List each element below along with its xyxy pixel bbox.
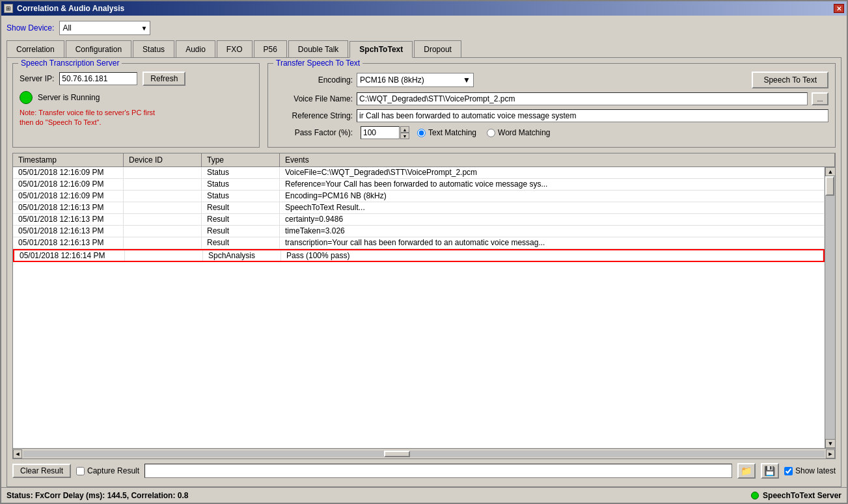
- close-button[interactable]: ✕: [834, 4, 844, 13]
- server-group: Speech Transcription Server Server IP: R…: [12, 63, 260, 148]
- tab-double-talk[interactable]: Double Talk: [288, 40, 348, 57]
- tab-audio[interactable]: Audio: [176, 40, 215, 57]
- cell-timestamp: 05/01/2018 12:16:13 PM: [13, 202, 124, 213]
- reference-string-row: Reference String:: [275, 109, 828, 122]
- word-matching-radio[interactable]: Word Matching: [487, 128, 550, 137]
- table-row: 05/01/2018 12:16:09 PM Status Reference=…: [13, 179, 825, 191]
- folder-icon: 📁: [741, 466, 752, 476]
- h-scroll-track: [23, 451, 825, 457]
- h-scroll-thumb[interactable]: [384, 451, 410, 457]
- table-row: 05/01/2018 12:16:13 PM Result SpeechToTe…: [13, 202, 825, 214]
- cell-events: Reference=Your Call has been forwarded t…: [280, 179, 825, 190]
- cell-type: Status: [202, 179, 280, 190]
- server-ip-input[interactable]: [59, 72, 137, 85]
- word-matching-label: Word Matching: [498, 128, 550, 137]
- table-row: 05/01/2018 12:16:13 PM Result transcript…: [13, 237, 825, 249]
- cell-timestamp: 05/01/2018 12:16:09 PM: [13, 167, 124, 178]
- encoding-value: PCM16 NB (8kHz): [360, 75, 424, 85]
- vertical-scrollbar[interactable]: ▲ ▼: [825, 167, 835, 448]
- show-device-label: Show Device:: [7, 23, 54, 33]
- cell-type: Result: [202, 202, 280, 213]
- cell-type: Result: [202, 214, 280, 225]
- cell-timestamp: 05/01/2018 12:16:13 PM: [13, 226, 124, 237]
- encoding-dropdown-icon: ▼: [463, 75, 471, 85]
- tab-fxo[interactable]: FXO: [217, 40, 253, 57]
- cell-timestamp: 05/01/2018 12:16:14 PM: [14, 250, 125, 261]
- speech-to-text-button[interactable]: Speech To Text: [752, 72, 828, 88]
- pass-factor-input[interactable]: [361, 126, 400, 139]
- tab-spch-to-text[interactable]: SpchToText: [349, 41, 413, 58]
- table-header: Timestamp Device ID Type Events: [13, 153, 835, 167]
- scroll-right-button[interactable]: ►: [826, 449, 835, 458]
- cell-timestamp: 05/01/2018 12:16:13 PM: [13, 237, 124, 248]
- cell-events: certainty=0.9486: [280, 214, 825, 225]
- scroll-left-button[interactable]: ◄: [13, 449, 22, 458]
- title-bar-left: ⊞ Correlation & Audio Analysis: [4, 4, 124, 13]
- dropdown-arrow-icon: ▼: [141, 25, 147, 32]
- device-select[interactable]: All ▼: [59, 21, 150, 35]
- cell-type: Result: [202, 226, 280, 237]
- capture-input-area: [144, 464, 732, 478]
- cell-timestamp: 05/01/2018 12:16:09 PM: [13, 191, 124, 202]
- tab-p56[interactable]: P56: [254, 40, 287, 57]
- browse-button[interactable]: ...: [812, 92, 828, 105]
- server-ip-row: Server IP: Refresh: [20, 72, 253, 86]
- folder-icon-button[interactable]: 📁: [737, 463, 756, 479]
- tab-status[interactable]: Status: [133, 40, 174, 57]
- cell-type: Result: [202, 237, 280, 248]
- cell-device-id: [124, 179, 202, 190]
- spinner-down-button[interactable]: ▼: [400, 133, 409, 139]
- title-bar: ⊞ Correlation & Audio Analysis ✕: [1, 1, 847, 16]
- table-row: 05/01/2018 12:16:13 PM Result timeTaken=…: [13, 226, 825, 237]
- scroll-up-button[interactable]: ▲: [825, 167, 835, 176]
- scroll-thumb[interactable]: [825, 176, 834, 196]
- show-latest-checkbox[interactable]: [784, 467, 793, 475]
- transfer-group-legend: Transfer Speech To Text: [273, 59, 362, 68]
- tabs-row: Correlation Configuration Status Audio F…: [7, 40, 841, 57]
- tab-dropout[interactable]: Dropout: [414, 40, 461, 57]
- text-matching-label: Text Matching: [428, 128, 476, 137]
- capture-checkbox-row: Capture Result: [76, 466, 139, 475]
- voice-file-input[interactable]: [357, 92, 808, 105]
- scroll-down-button[interactable]: ▼: [825, 439, 835, 448]
- cell-timestamp: 05/01/2018 12:16:13 PM: [13, 214, 124, 225]
- window-title: Correlation & Audio Analysis: [17, 4, 124, 13]
- tab-configuration[interactable]: Configuration: [66, 40, 131, 57]
- server-status-text: Server is Running: [38, 93, 100, 102]
- horizontal-scrollbar[interactable]: ◄ ►: [13, 448, 835, 458]
- window-icon: ⊞: [4, 4, 13, 13]
- capture-result-checkbox[interactable]: [76, 467, 85, 475]
- clear-result-button[interactable]: Clear Result: [12, 464, 71, 478]
- capture-input[interactable]: [144, 464, 732, 478]
- show-device-row: Show Device: All ▼: [7, 21, 841, 35]
- cell-events: transcription=Your call has been forward…: [280, 237, 825, 248]
- capture-result-label: Capture Result: [87, 466, 139, 475]
- save-icon-button[interactable]: 💾: [761, 463, 779, 479]
- stt-server-text: SpeechToText Server: [763, 491, 841, 500]
- show-latest-row: Show latest: [784, 466, 836, 475]
- refresh-button[interactable]: Refresh: [143, 72, 185, 86]
- cell-events: timeTaken=3.026: [280, 226, 825, 237]
- cell-timestamp: 05/01/2018 12:16:09 PM: [13, 179, 124, 190]
- reference-string-input[interactable]: [357, 109, 828, 122]
- show-latest-label: Show latest: [795, 466, 836, 475]
- table-with-scroll: 05/01/2018 12:16:09 PM Status VoiceFile=…: [13, 167, 835, 448]
- reference-string-label: Reference String:: [275, 111, 353, 120]
- matching-radio-group: Text Matching Word Matching: [417, 128, 551, 137]
- col-timestamp: Timestamp: [13, 153, 124, 166]
- pass-factor-row: Pass Factor (%): ▲ ▼ Text Matching: [275, 126, 828, 139]
- encoding-select[interactable]: PCM16 NB (8kHz) ▼: [357, 73, 474, 87]
- pass-factor-spinner: ▲ ▼: [400, 126, 409, 139]
- spinner-up-button[interactable]: ▲: [400, 126, 409, 133]
- top-sections: Speech Transcription Server Server IP: R…: [12, 63, 836, 148]
- window-content: Show Device: All ▼ Correlation Configura…: [1, 16, 847, 487]
- text-matching-radio[interactable]: Text Matching: [417, 128, 476, 137]
- voice-file-label: Voice File Name:: [275, 94, 353, 103]
- device-select-value: All: [62, 23, 71, 33]
- cell-device-id: [124, 202, 202, 213]
- cell-type: Status: [202, 191, 280, 202]
- tab-correlation[interactable]: Correlation: [7, 40, 64, 57]
- server-ip-label: Server IP:: [20, 74, 54, 83]
- server-status-indicator: [20, 91, 33, 104]
- encoding-label: Encoding:: [275, 75, 353, 85]
